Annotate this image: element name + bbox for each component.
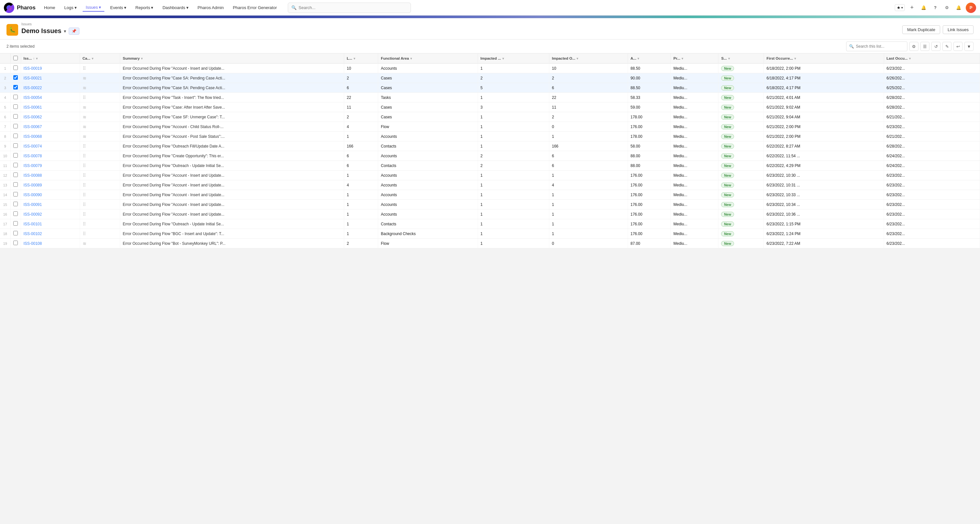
row-checkbox-cell[interactable] bbox=[10, 200, 21, 209]
row-checkbox[interactable] bbox=[13, 240, 18, 245]
row-checkbox-cell[interactable] bbox=[10, 209, 21, 219]
nav-home[interactable]: Home bbox=[41, 4, 59, 11]
row-checkbox[interactable] bbox=[13, 114, 18, 119]
row-checkbox-cell[interactable] bbox=[10, 102, 21, 112]
col-impacted-users[interactable]: Impacted ... ▾ bbox=[478, 54, 549, 64]
issue-id-link[interactable]: ISS-00079 bbox=[24, 163, 42, 168]
row-checkbox[interactable] bbox=[13, 221, 18, 226]
row-checkbox-cell[interactable] bbox=[10, 73, 21, 83]
row-checkbox[interactable] bbox=[13, 192, 18, 196]
col-impacted-orgs[interactable]: Impacted O... ▾ bbox=[549, 54, 628, 64]
link-issues-button[interactable]: Link Issues bbox=[943, 25, 974, 34]
issue-id-link[interactable]: ISS-00067 bbox=[24, 124, 42, 129]
table-row: 16 ISS-00092 ⠿ Error Occurred During Flo… bbox=[0, 209, 980, 219]
col-functional-area[interactable]: Functional Area ▾ bbox=[378, 54, 478, 64]
column-settings-button[interactable]: ⚙ bbox=[909, 42, 918, 51]
issue-id-link[interactable]: ISS-00089 bbox=[24, 183, 42, 188]
row-checkbox[interactable] bbox=[13, 182, 18, 187]
row-checkbox-cell[interactable] bbox=[10, 93, 21, 102]
issue-id-link[interactable]: ISS-00062 bbox=[24, 115, 42, 119]
list-search-input[interactable] bbox=[856, 44, 905, 49]
col-last-occurrence[interactable]: Last Occu... ▾ bbox=[884, 54, 980, 64]
col-log-count[interactable]: L... ▾ bbox=[344, 54, 378, 64]
row-checkbox-cell[interactable] bbox=[10, 64, 21, 73]
row-checkbox-cell[interactable] bbox=[10, 132, 21, 142]
row-checkbox[interactable] bbox=[13, 95, 18, 99]
row-checkbox[interactable] bbox=[13, 163, 18, 167]
pin-button[interactable]: 📌 bbox=[69, 27, 80, 35]
issue-id-link[interactable]: ISS-00090 bbox=[24, 193, 42, 197]
issue-id-link[interactable]: ISS-00054 bbox=[24, 96, 42, 100]
col-affected[interactable]: A... ▾ bbox=[628, 54, 671, 64]
favorites-button[interactable]: ★ ▾ bbox=[895, 4, 905, 11]
nav-dashboards[interactable]: Dashboards ▾ bbox=[159, 4, 191, 11]
row-checkbox[interactable] bbox=[13, 172, 18, 177]
mark-duplicate-button[interactable]: Mark Duplicate bbox=[902, 25, 940, 34]
row-checkbox[interactable] bbox=[13, 124, 18, 128]
nav-pharos-error-generator[interactable]: Pharos Error Generator bbox=[229, 4, 280, 11]
row-checkbox[interactable] bbox=[13, 134, 18, 138]
view-toggle-button[interactable]: ☰ bbox=[920, 42, 929, 51]
notifications-button[interactable]: 🔔 bbox=[919, 3, 928, 12]
col-priority[interactable]: Pr... ▾ bbox=[671, 54, 719, 64]
row-checkbox[interactable] bbox=[13, 143, 18, 148]
issue-id-link[interactable]: ISS-00102 bbox=[24, 231, 42, 236]
row-checkbox[interactable] bbox=[13, 212, 18, 216]
row-checkbox-cell[interactable] bbox=[10, 180, 21, 190]
row-checkbox[interactable] bbox=[13, 231, 18, 236]
row-checkbox[interactable] bbox=[13, 153, 18, 158]
row-checkbox-cell[interactable] bbox=[10, 151, 21, 161]
help-button[interactable]: ? bbox=[931, 3, 940, 12]
nav-logs[interactable]: Logs ▾ bbox=[61, 4, 80, 11]
row-checkbox-cell[interactable] bbox=[10, 229, 21, 239]
row-checkbox-cell[interactable] bbox=[10, 83, 21, 93]
nav-reports[interactable]: Reports ▾ bbox=[132, 4, 157, 11]
issue-id-link[interactable]: ISS-00061 bbox=[24, 105, 42, 110]
nav-events[interactable]: Events ▾ bbox=[107, 4, 130, 11]
undo-button[interactable]: ↩ bbox=[953, 42, 963, 51]
issue-id-link[interactable]: ISS-00088 bbox=[24, 173, 42, 178]
nav-pharos-admin[interactable]: Pharos Admin bbox=[194, 4, 227, 11]
row-checkbox[interactable] bbox=[13, 75, 18, 80]
row-checkbox[interactable] bbox=[13, 202, 18, 206]
col-summary[interactable]: Summary ▾ bbox=[120, 54, 344, 64]
search-input[interactable] bbox=[299, 5, 407, 10]
row-checkbox-cell[interactable] bbox=[10, 170, 21, 180]
row-checkbox-cell[interactable] bbox=[10, 122, 21, 132]
issue-id-link[interactable]: ISS-00101 bbox=[24, 222, 42, 226]
col-first-occurrence[interactable]: First Occurre... ▾ bbox=[764, 54, 884, 64]
issue-id-link[interactable]: ISS-00022 bbox=[24, 86, 42, 90]
row-checkbox-cell[interactable] bbox=[10, 219, 21, 229]
issue-id-link[interactable]: ISS-00068 bbox=[24, 134, 42, 139]
user-avatar[interactable]: P bbox=[966, 3, 976, 13]
issue-id-link[interactable]: ISS-00091 bbox=[24, 202, 42, 207]
page-title-chevron[interactable]: ▾ bbox=[64, 29, 66, 34]
row-checkbox-cell[interactable] bbox=[10, 112, 21, 122]
nav-issues[interactable]: Issues ▾ bbox=[83, 3, 105, 12]
edit-button[interactable]: ✎ bbox=[942, 42, 951, 51]
col-status[interactable]: S... ▾ bbox=[719, 54, 764, 64]
issue-id-link[interactable]: ISS-00092 bbox=[24, 212, 42, 217]
issue-id-link[interactable]: ISS-00074 bbox=[24, 144, 42, 148]
col-category[interactable]: Ca... ▾ bbox=[80, 54, 120, 64]
col-issue-id[interactable]: Iss... ↑ ▾ bbox=[21, 54, 80, 64]
row-checkbox-cell[interactable] bbox=[10, 142, 21, 151]
row-checkbox[interactable] bbox=[13, 85, 18, 89]
issue-id-link[interactable]: ISS-00019 bbox=[24, 66, 42, 71]
refresh-button[interactable]: ↺ bbox=[931, 42, 940, 51]
select-all-checkbox[interactable] bbox=[13, 56, 18, 60]
row-checkbox-cell[interactable] bbox=[10, 161, 21, 170]
filter-button[interactable]: ▼ bbox=[964, 42, 974, 51]
alert-button[interactable]: 🔔 bbox=[954, 3, 963, 12]
row-checkbox-cell[interactable] bbox=[10, 190, 21, 200]
app-logo[interactable] bbox=[4, 3, 14, 13]
issue-id-link[interactable]: ISS-00021 bbox=[24, 76, 42, 80]
issue-id-link[interactable]: ISS-00108 bbox=[24, 241, 42, 246]
row-checkbox-cell[interactable] bbox=[10, 239, 21, 248]
row-checkbox[interactable] bbox=[13, 65, 18, 70]
settings-button[interactable]: ⚙ bbox=[942, 3, 951, 12]
add-button[interactable]: + bbox=[907, 3, 916, 12]
row-checkbox[interactable] bbox=[13, 104, 18, 109]
issue-id-link[interactable]: ISS-00078 bbox=[24, 154, 42, 158]
col-checkbox-all[interactable] bbox=[10, 54, 21, 64]
